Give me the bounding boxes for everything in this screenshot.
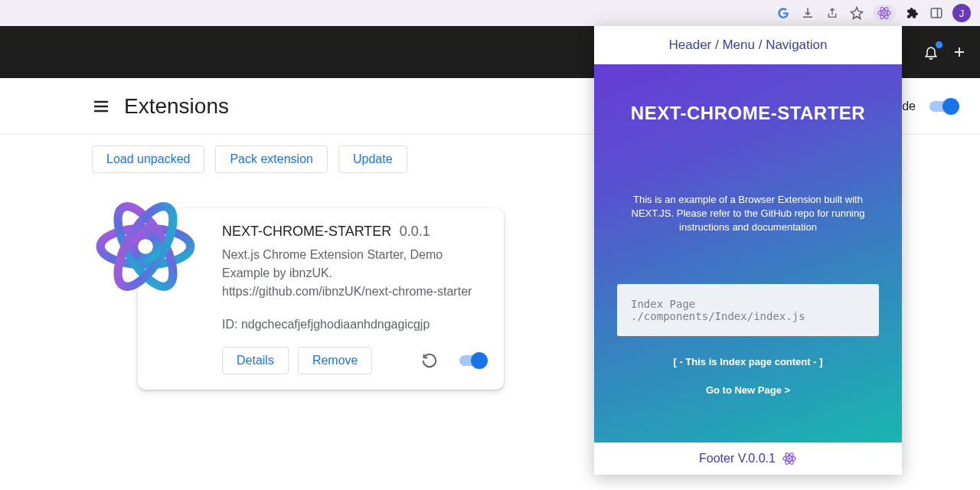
star-icon[interactable] (848, 5, 865, 21)
svg-point-3 (883, 11, 885, 14)
share-icon[interactable] (824, 5, 841, 21)
active-extension-icon[interactable] (873, 5, 896, 21)
pack-extension-button[interactable]: Pack extension (215, 145, 328, 173)
bell-icon[interactable] (923, 44, 939, 60)
details-button[interactable]: Details (222, 347, 289, 374)
extension-card: NEXT-CHROME-STARTER 0.0.1 Next.js Chrome… (138, 208, 504, 390)
reload-icon[interactable] (421, 352, 438, 369)
extensions-puzzle-icon[interactable] (903, 5, 920, 21)
profile-avatar[interactable]: J (952, 4, 971, 22)
popup-code-box: Index Page ./components/Index/index.js (617, 284, 879, 336)
card-actions: Details Remove (222, 347, 485, 374)
react-icon (782, 451, 797, 466)
popup-footer-text: Footer V.0.0.1 (699, 452, 776, 466)
side-panel-icon[interactable] (928, 5, 945, 21)
extension-description: Next.js Chrome Extension Starter, Demo E… (222, 246, 485, 301)
plus-icon[interactable] (952, 45, 966, 59)
download-icon[interactable] (799, 5, 816, 21)
google-icon[interactable] (775, 5, 792, 21)
extension-version: 0.0.1 (400, 224, 430, 239)
update-button[interactable]: Update (338, 145, 407, 173)
svg-rect-4 (931, 8, 942, 18)
load-unpacked-button[interactable]: Load unpacked (92, 145, 204, 173)
menu-icon[interactable] (92, 97, 110, 116)
popup-header[interactable]: Header / Menu / Navigation (594, 26, 902, 64)
popup-description: This is an example of a Browser Extensio… (629, 193, 867, 235)
remove-button[interactable]: Remove (298, 347, 373, 374)
popup-title: NEXT-CHROME-STARTER (631, 103, 865, 124)
extension-logo (92, 193, 199, 300)
extension-id: ID: ndgchecafjefjghodiaanhdngagicgjp (222, 318, 485, 332)
browser-toolbar: J (0, 0, 980, 26)
developer-mode-toggle[interactable] (929, 101, 957, 112)
popup-footer: Footer V.0.0.1 (594, 443, 902, 475)
popup-body: NEXT-CHROME-STARTER This is an example o… (594, 64, 902, 443)
extension-popup: Header / Menu / Navigation NEXT-CHROME-S… (594, 26, 902, 475)
extension-enable-toggle[interactable] (459, 355, 485, 366)
popup-note: [ - This is Index page content - ] (673, 356, 822, 368)
popup-go-link[interactable]: Go to New Page > (706, 384, 790, 396)
extension-name: NEXT-CHROME-STARTER (222, 224, 391, 239)
svg-point-15 (788, 457, 790, 459)
svg-point-11 (134, 235, 158, 259)
